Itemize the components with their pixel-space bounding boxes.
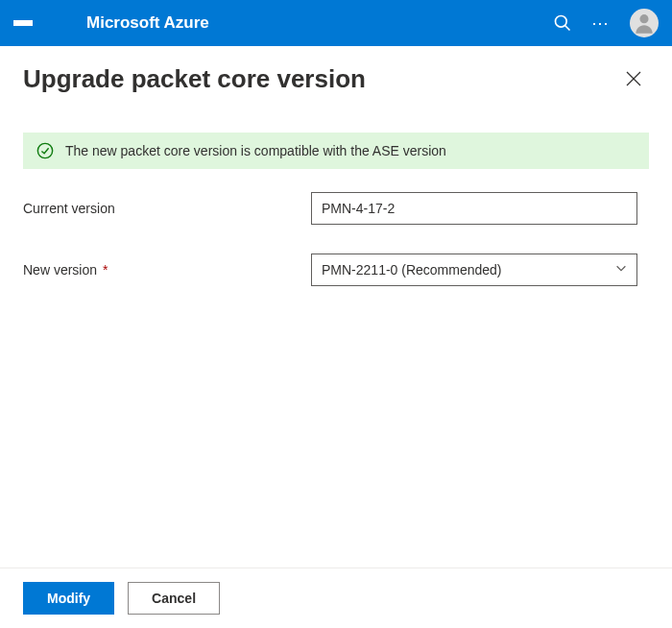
success-check-icon xyxy=(36,142,54,159)
brand-title: Microsoft Azure xyxy=(86,13,209,33)
notification-text: The new packet core version is compatibl… xyxy=(65,143,446,158)
cancel-button[interactable]: Cancel xyxy=(128,582,220,615)
select-new-version-value[interactable] xyxy=(311,254,637,286)
top-bar: Microsoft Azure ⋯ xyxy=(0,0,672,46)
svg-point-2 xyxy=(639,14,648,23)
notification-bar: The new packet core version is compatibl… xyxy=(23,133,649,169)
svg-point-5 xyxy=(37,143,52,157)
top-bar-left: Microsoft Azure xyxy=(13,13,209,33)
avatar[interactable] xyxy=(630,9,659,37)
label-new-version: New version * xyxy=(23,262,311,278)
svg-line-1 xyxy=(565,26,570,31)
form: Current version New version * xyxy=(0,192,672,286)
panel-header: Upgrade packet core version xyxy=(0,46,672,94)
more-icon[interactable]: ⋯ xyxy=(591,12,611,34)
top-bar-right: ⋯ xyxy=(553,9,659,37)
panel-title: Upgrade packet core version xyxy=(23,64,366,94)
row-new-version: New version * xyxy=(23,254,649,286)
close-icon[interactable] xyxy=(618,63,649,94)
row-current-version: Current version xyxy=(23,192,649,225)
footer: Modify Cancel xyxy=(0,568,672,628)
label-new-version-text: New version xyxy=(23,262,97,278)
modify-button[interactable]: Modify xyxy=(23,582,114,615)
select-new-version[interactable] xyxy=(311,254,637,286)
required-asterisk: * xyxy=(103,262,108,278)
hamburger-icon[interactable] xyxy=(13,16,33,30)
input-current-version[interactable] xyxy=(311,192,637,225)
search-icon[interactable] xyxy=(553,13,572,33)
svg-point-0 xyxy=(556,16,567,28)
label-current-version: Current version xyxy=(23,201,311,216)
